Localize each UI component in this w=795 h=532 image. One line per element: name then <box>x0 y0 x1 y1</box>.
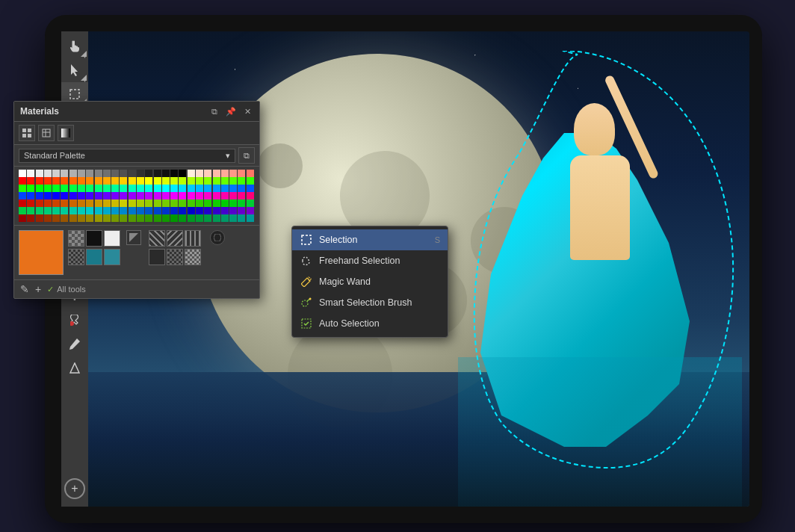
color-cell[interactable] <box>137 177 144 185</box>
color-cell[interactable] <box>129 200 136 207</box>
color-cell[interactable] <box>154 177 161 185</box>
menu-item-magic-wand[interactable]: Magic Wand <box>292 271 448 292</box>
color-cell[interactable] <box>238 177 245 185</box>
color-cell[interactable] <box>86 200 93 207</box>
color-cell[interactable] <box>103 207 111 214</box>
color-cell[interactable] <box>229 200 237 207</box>
color-cell[interactable] <box>247 214 254 222</box>
color-cell[interactable] <box>162 185 170 192</box>
color-cell[interactable] <box>27 192 34 200</box>
color-cell[interactable] <box>36 170 43 177</box>
color-cell[interactable] <box>36 192 43 200</box>
color-cell[interactable] <box>170 185 178 192</box>
color-cell[interactable] <box>247 170 254 177</box>
color-cell[interactable] <box>213 214 220 222</box>
color-cell[interactable] <box>204 200 211 207</box>
color-cell[interactable] <box>204 207 211 214</box>
color-cell[interactable] <box>170 214 178 222</box>
color-cell[interactable] <box>129 185 136 192</box>
color-cell[interactable] <box>44 170 52 177</box>
color-cell[interactable] <box>27 185 34 192</box>
color-cell[interactable] <box>213 192 220 200</box>
arrow-swatch-icon[interactable] <box>126 230 141 245</box>
color-cell[interactable] <box>78 200 85 207</box>
close-icon[interactable]: ✕ <box>241 105 253 117</box>
color-cell[interactable] <box>27 214 34 222</box>
gradient-view-btn[interactable] <box>58 125 74 141</box>
color-cell[interactable] <box>78 214 85 222</box>
color-cell[interactable] <box>162 170 170 177</box>
black-swatch[interactable] <box>86 230 102 247</box>
color-cell[interactable] <box>196 192 203 200</box>
color-cell[interactable] <box>204 214 211 222</box>
plus-icon[interactable]: + <box>35 283 41 295</box>
color-cell[interactable] <box>154 185 161 192</box>
color-cell[interactable] <box>52 177 60 185</box>
color-cell[interactable] <box>221 170 229 177</box>
color-cell[interactable] <box>103 170 111 177</box>
color-cell[interactable] <box>61 207 68 214</box>
color-cell[interactable] <box>52 170 60 177</box>
color-cell[interactable] <box>19 177 26 185</box>
color-cell[interactable] <box>145 214 152 222</box>
color-cell[interactable] <box>196 214 203 222</box>
color-cell[interactable] <box>145 192 152 200</box>
color-cell[interactable] <box>213 207 220 214</box>
color-cell[interactable] <box>36 177 43 185</box>
color-cell[interactable] <box>44 177 52 185</box>
color-cell[interactable] <box>196 170 203 177</box>
color-cell[interactable] <box>162 214 170 222</box>
color-cell[interactable] <box>238 214 245 222</box>
color-cell[interactable] <box>44 200 52 207</box>
color-cell[interactable] <box>154 200 161 207</box>
palette-dropdown[interactable]: Standard Palette ▾ <box>19 149 235 163</box>
color-cell[interactable] <box>120 200 127 207</box>
color-cell[interactable] <box>44 214 52 222</box>
color-cell[interactable] <box>111 177 119 185</box>
palette-copy-btn[interactable]: ⧉ <box>238 147 255 164</box>
main-color-swatch[interactable] <box>19 230 64 275</box>
color-cell[interactable] <box>61 185 68 192</box>
color-cell[interactable] <box>221 200 229 207</box>
color-cell[interactable] <box>61 170 68 177</box>
grid-view-btn[interactable] <box>19 125 35 141</box>
color-cell[interactable] <box>129 177 136 185</box>
color-cell[interactable] <box>247 200 254 207</box>
color-cell[interactable] <box>44 207 52 214</box>
color-cell[interactable] <box>162 177 170 185</box>
color-cell[interactable] <box>111 192 119 200</box>
color-cell[interactable] <box>247 207 254 214</box>
color-cell[interactable] <box>111 185 119 192</box>
color-cell[interactable] <box>129 192 136 200</box>
menu-item-smart-brush[interactable]: Smart Selection Brush <box>292 292 448 313</box>
color-cell[interactable] <box>120 192 127 200</box>
color-cell[interactable] <box>170 207 178 214</box>
color-cell[interactable] <box>52 214 60 222</box>
color-cell[interactable] <box>188 185 195 192</box>
color-cell[interactable] <box>179 214 186 222</box>
menu-item-selection[interactable]: Selection S <box>292 229 448 250</box>
color-cell[interactable] <box>103 214 111 222</box>
color-cell[interactable] <box>188 214 195 222</box>
color-cell[interactable] <box>204 170 211 177</box>
color-cell[interactable] <box>145 177 152 185</box>
color-cell[interactable] <box>120 214 127 222</box>
color-cell[interactable] <box>188 200 195 207</box>
dark-swatch[interactable] <box>149 249 165 265</box>
color-cell[interactable] <box>36 207 43 214</box>
color-cell[interactable] <box>61 200 68 207</box>
color-cell[interactable] <box>69 177 77 185</box>
color-cell[interactable] <box>229 170 237 177</box>
color-cell[interactable] <box>162 200 170 207</box>
color-cell[interactable] <box>204 192 211 200</box>
checker2-swatch[interactable] <box>68 249 84 265</box>
color-cell[interactable] <box>36 214 43 222</box>
color-cell[interactable] <box>229 207 237 214</box>
color-cell[interactable] <box>145 200 152 207</box>
color-cell[interactable] <box>238 207 245 214</box>
color-cell[interactable] <box>95 185 102 192</box>
color-cell[interactable] <box>120 185 127 192</box>
color-cell[interactable] <box>19 200 26 207</box>
color-cell[interactable] <box>188 170 195 177</box>
color-cell[interactable] <box>19 192 26 200</box>
